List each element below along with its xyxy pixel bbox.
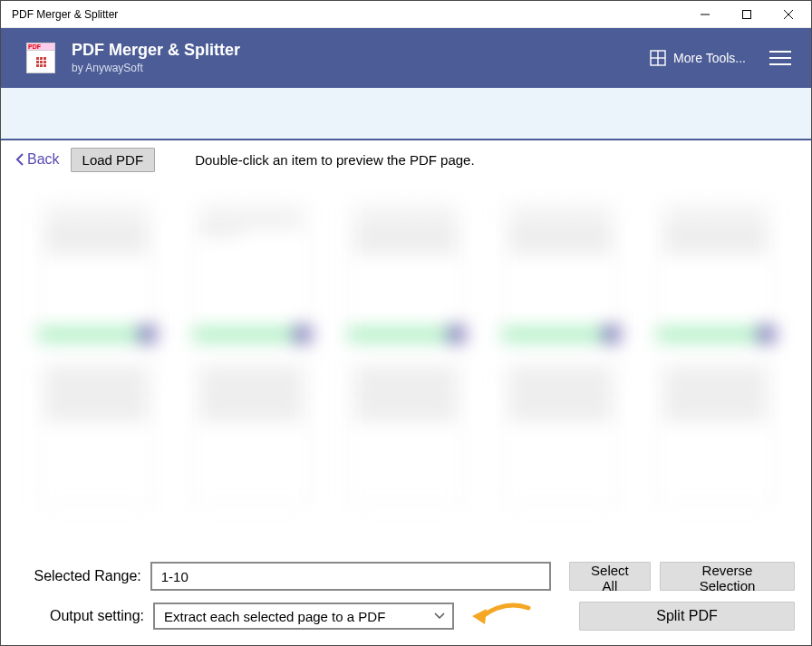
output-setting-dropdown[interactable]: Extract each selected page to a PDF xyxy=(153,603,454,630)
more-tools-button[interactable]: More Tools... xyxy=(650,50,746,66)
svg-marker-7 xyxy=(472,609,487,624)
minimize-button[interactable] xyxy=(684,1,726,28)
menu-button[interactable] xyxy=(766,47,795,69)
output-setting-label: Output setting: xyxy=(17,608,144,624)
back-label: Back xyxy=(27,151,60,168)
chevron-down-icon xyxy=(434,612,445,620)
more-tools-label: More Tools... xyxy=(673,51,746,65)
page-thumbnail[interactable] xyxy=(656,362,775,506)
close-button[interactable] xyxy=(768,1,809,28)
page-thumbnails-area[interactable] xyxy=(1,178,811,553)
page-thumbnail[interactable] xyxy=(347,362,466,506)
grid-icon xyxy=(650,50,666,66)
output-setting-value: Extract each selected page to a PDF xyxy=(164,609,385,624)
window-title: PDF Merger & Splitter xyxy=(12,8,684,21)
svg-rect-1 xyxy=(743,10,751,18)
select-all-button[interactable]: Select All xyxy=(569,562,651,591)
hint-text: Double-click an item to preview the PDF … xyxy=(195,152,474,168)
toolbar: Back Load PDF Double-click an item to pr… xyxy=(1,140,811,178)
back-button[interactable]: Back xyxy=(15,151,60,168)
maximize-button[interactable] xyxy=(726,1,768,28)
selected-range-label: Selected Range: xyxy=(17,568,141,584)
reverse-selection-button[interactable]: Reverse Selection xyxy=(660,562,795,591)
page-thumbnail[interactable] xyxy=(501,362,620,506)
window-titlebar: PDF Merger & Splitter xyxy=(1,1,811,28)
app-header: PDF PDF Merger & Splitter by AnywaySoft … xyxy=(1,28,811,88)
split-pdf-button[interactable]: Split PDF xyxy=(579,602,795,631)
load-pdf-button[interactable]: Load PDF xyxy=(71,148,156,172)
app-subtitle: by AnywaySoft xyxy=(72,62,240,74)
chevron-left-icon xyxy=(15,153,24,166)
annotation-arrow-icon xyxy=(469,603,532,630)
bottom-controls: Selected Range: Select All Reverse Selec… xyxy=(1,553,811,645)
selected-range-input[interactable] xyxy=(150,562,551,591)
page-thumbnail[interactable] xyxy=(37,362,156,506)
app-title: PDF Merger & Splitter xyxy=(72,42,240,60)
app-logo-icon: PDF xyxy=(26,43,55,73)
page-thumbnail[interactable] xyxy=(192,362,311,506)
sub-header-band xyxy=(1,88,811,140)
